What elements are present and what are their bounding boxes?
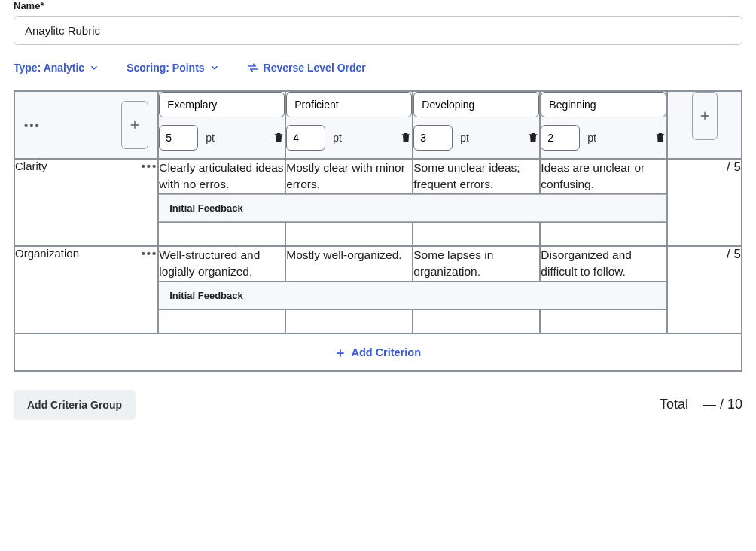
level-name-input[interactable] [286, 92, 412, 117]
feedback-cell[interactable] [413, 309, 540, 333]
feedback-cell[interactable] [285, 222, 413, 246]
scoring-label: Scoring: Points [127, 62, 204, 74]
feedback-header: Initial Feedback [158, 194, 667, 222]
add-criteria-group-button[interactable]: Add Criteria Group [14, 390, 136, 420]
level-points-input[interactable] [159, 125, 198, 151]
name-field-label: Name* [14, 0, 742, 11]
level-description[interactable]: Some lapses in organization. [413, 246, 540, 282]
feedback-cell[interactable] [158, 309, 285, 333]
add-level-left-button[interactable] [121, 101, 148, 149]
level-description[interactable]: Clearly articulated ideas with no erros. [158, 159, 285, 194]
rubric-name-input[interactable] [14, 16, 742, 45]
trash-icon [400, 132, 412, 144]
level-points-input[interactable] [541, 125, 580, 151]
group-menu-icon[interactable]: ••• [24, 119, 41, 132]
level-header: pt [158, 91, 285, 159]
criterion-menu-button[interactable]: ••• [141, 160, 157, 172]
feedback-header: Initial Feedback [158, 282, 667, 309]
delete-level-button[interactable] [654, 132, 666, 144]
delete-level-button[interactable] [400, 132, 412, 144]
feedback-cell[interactable] [540, 222, 667, 246]
total-label: Total [660, 397, 688, 412]
reverse-level-order-button[interactable]: Reverse Level Order [247, 62, 366, 74]
criterion-menu-button[interactable]: ••• [141, 247, 157, 260]
trash-icon [527, 132, 539, 144]
level-description[interactable]: Ideas are unclear or confusing. [540, 159, 667, 194]
plus-icon [129, 119, 141, 131]
criterion-name[interactable]: Organization [15, 247, 79, 260]
level-header: pt [285, 91, 413, 159]
level-header: pt [540, 91, 667, 159]
scoring-dropdown[interactable]: Scoring: Points [127, 62, 219, 74]
total-value: — / 10 [703, 397, 742, 412]
rubric-table: ••• pt [14, 90, 742, 372]
add-level-right-button[interactable] [692, 92, 718, 140]
add-criterion-button[interactable]: Add Criterion [14, 333, 742, 371]
delete-level-button[interactable] [273, 132, 285, 144]
criterion-score: / 5 [667, 246, 742, 333]
level-header: pt [413, 91, 540, 159]
add-criterion-label: Add Criterion [351, 346, 421, 358]
delete-level-button[interactable] [527, 132, 539, 144]
level-name-input[interactable] [541, 92, 666, 117]
feedback-cell[interactable] [413, 222, 540, 246]
plus-icon [699, 110, 711, 122]
points-unit: pt [333, 132, 342, 144]
level-description[interactable]: Mostly clear with minor errors. [285, 159, 413, 194]
level-points-input[interactable] [413, 125, 453, 151]
feedback-cell[interactable] [540, 309, 667, 333]
reverse-label: Reverse Level Order [264, 62, 366, 74]
trash-icon [654, 132, 666, 144]
points-unit: pt [587, 132, 596, 144]
plus-icon [335, 348, 346, 358]
level-description[interactable]: Well-structured and logially organized. [158, 246, 285, 282]
swap-icon [247, 62, 259, 74]
criterion-score: / 5 [667, 159, 742, 246]
level-name-input[interactable] [413, 92, 539, 117]
level-description[interactable]: Disorganized and difficult to follow. [540, 246, 667, 282]
level-description[interactable]: Mostly well-organized. [285, 246, 413, 282]
type-dropdown[interactable]: Type: Analytic [14, 62, 99, 74]
feedback-cell[interactable] [285, 309, 413, 333]
level-description[interactable]: Some unclear ideas; frequent errors. [413, 159, 540, 194]
points-unit: pt [206, 132, 215, 144]
type-label: Type: Analytic [14, 62, 84, 74]
trash-icon [273, 132, 285, 144]
criterion-name[interactable]: Clarity [15, 160, 47, 172]
level-name-input[interactable] [159, 92, 285, 117]
feedback-cell[interactable] [158, 222, 285, 246]
level-points-input[interactable] [286, 125, 325, 151]
chevron-down-icon [209, 62, 220, 73]
chevron-down-icon [89, 62, 99, 73]
points-unit: pt [460, 132, 469, 144]
total-summary: Total — / 10 [660, 397, 742, 412]
